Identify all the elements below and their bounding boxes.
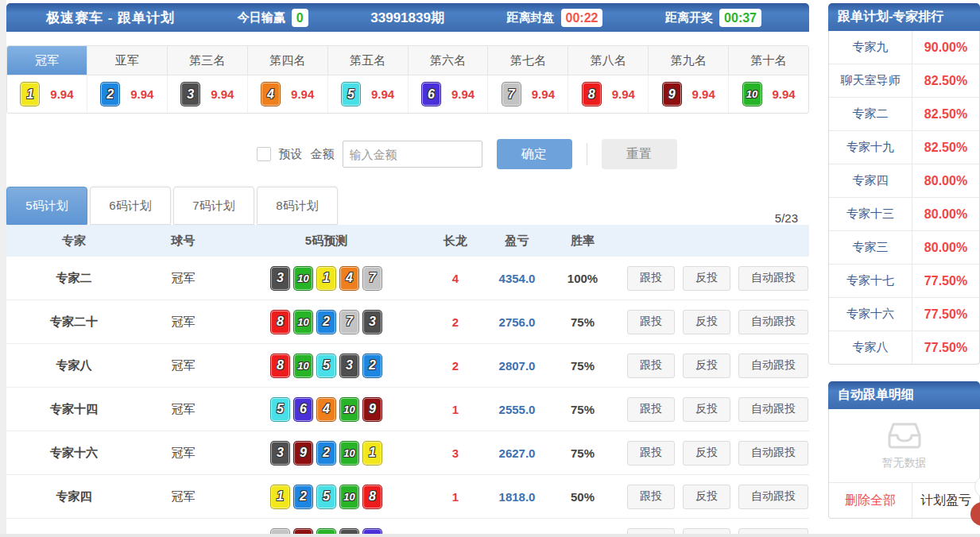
table-row: 专家十四 冠军 564109 1 2555.0 75% 跟投反投自动跟投	[6, 388, 809, 431]
odds-cell-9[interactable]: 9 9.94	[649, 75, 729, 113]
odds-cell-7[interactable]: 7 9.94	[488, 75, 568, 113]
prediction-balls: 125108	[225, 485, 428, 509]
ranking-row: 专家四 80.00%	[829, 164, 979, 198]
odds-row: 1 9.942 9.943 9.944 9.945 9.946 9.947 9.…	[7, 75, 808, 113]
auto-follow-button[interactable]: 自动跟投	[738, 485, 808, 509]
row-actions: 跟投反投自动跟投	[614, 485, 809, 509]
follow-button[interactable]: 跟投	[627, 485, 675, 509]
today-winloss: 今日输赢 0	[238, 9, 308, 27]
ranking-expert-name: 专家四	[829, 164, 912, 197]
expert-name: 专家二	[6, 271, 141, 286]
preset-checkbox[interactable]	[257, 147, 271, 161]
sidebar: 跟单计划-专家排行 专家九 90.00% 聊天室导师 82.50% 专家二 82…	[828, 3, 980, 519]
streak-value: 3	[428, 446, 483, 460]
reverse-follow-button[interactable]: 反投	[683, 266, 730, 291]
delete-all-button[interactable]: 删除全部	[829, 483, 912, 518]
ranking-row: 专家十三 80.00%	[829, 198, 979, 231]
odds-cell-6[interactable]: 6 9.94	[409, 75, 489, 113]
draw-countdown: 距离开奖 00:37	[665, 9, 761, 27]
ranking-expert-name: 专家十三	[829, 198, 912, 230]
odds-cell-10[interactable]: 10 9.94	[729, 75, 808, 113]
ball-3: 3	[362, 310, 382, 334]
reverse-follow-button[interactable]: 反投	[683, 485, 730, 509]
ball-position: 冠军	[141, 271, 225, 286]
position-tab-1[interactable]: 冠军	[7, 46, 87, 75]
odds-cell-2[interactable]: 2 9.94	[87, 75, 168, 113]
ranking-row: 专家九 90.00%	[829, 31, 979, 64]
ball-10: 10	[339, 441, 359, 466]
plan-tab-4[interactable]: 8码计划	[257, 187, 338, 225]
odds-cell-3[interactable]: 3 9.94	[168, 75, 248, 113]
auto-follow-button[interactable]: 自动跟投	[738, 310, 808, 334]
odds-cell-4[interactable]: 4 9.94	[248, 75, 328, 113]
ball-8: 8	[362, 485, 382, 509]
follow-button[interactable]: 跟投	[627, 397, 675, 422]
win-rate-value: 75%	[551, 403, 614, 416]
ball-10: 10	[293, 353, 313, 378]
follow-button[interactable]: 跟投	[627, 353, 675, 378]
ball-2: 2	[362, 353, 382, 378]
profit-value: 2555.0	[483, 403, 551, 416]
ranking-expert-name: 聊天室导师	[829, 64, 912, 97]
table-body: 专家二 冠军 310147 4 4354.0 100% 跟投反投自动跟投 专家二…	[6, 257, 809, 537]
plan-tabs-row: 5码计划6码计划7码计划8码计划 5/23	[6, 187, 809, 225]
ball-7: 7	[362, 266, 382, 291]
confirm-button[interactable]: 确定	[497, 139, 572, 169]
ball-8: 8	[270, 310, 290, 334]
ball-4: 4	[261, 82, 281, 106]
odds-value: 9.94	[50, 87, 73, 101]
expert-name: 专家十六	[6, 446, 141, 461]
auto-follow-button[interactable]: 自动跟投	[738, 266, 808, 291]
auto-follow-button[interactable]: 自动跟投	[738, 441, 808, 466]
ball-4: 4	[316, 397, 336, 422]
odds-cell-8[interactable]: 8 9.94	[568, 75, 649, 113]
ball-9: 9	[662, 82, 682, 106]
position-tab-3[interactable]: 第三名	[168, 46, 248, 75]
amount-input[interactable]	[343, 141, 482, 168]
streak-value: 1	[428, 490, 483, 504]
position-tab-10[interactable]: 第十名	[729, 46, 808, 75]
ranking-win-rate: 90.00%	[912, 31, 979, 64]
ball-3: 3	[180, 82, 200, 106]
position-tab-8[interactable]: 第八名	[568, 46, 649, 75]
ball-10: 10	[339, 485, 359, 509]
odds-value: 9.94	[773, 87, 796, 101]
position-tab-2[interactable]: 亚军	[87, 46, 168, 75]
odds-cell-5[interactable]: 5 9.94	[328, 75, 409, 113]
position-tab-9[interactable]: 第九名	[649, 46, 729, 75]
position-tab-4[interactable]: 第四名	[248, 46, 328, 75]
follow-button[interactable]: 跟投	[627, 441, 675, 466]
auto-follow-button[interactable]: 自动跟投	[738, 397, 808, 422]
reverse-follow-button[interactable]: 反投	[683, 397, 730, 422]
position-tab-5[interactable]: 第五名	[328, 46, 409, 75]
plan-tab-2[interactable]: 6码计划	[90, 187, 171, 225]
follow-button[interactable]: 跟投	[627, 266, 675, 291]
table-row: 专家二十 冠军 810273 2 2756.0 75% 跟投反投自动跟投	[6, 300, 809, 344]
auto-follow-box: 暂无数据 删除全部 计划盈亏	[828, 409, 980, 519]
ball-2: 2	[100, 82, 120, 106]
position-tab-7[interactable]: 第七名	[488, 46, 568, 75]
odds-value: 9.94	[211, 87, 234, 101]
reverse-follow-button[interactable]: 反投	[683, 441, 730, 466]
ball-1: 1	[316, 266, 336, 291]
follow-button[interactable]: 跟投	[627, 310, 675, 334]
reverse-follow-button[interactable]: 反投	[683, 310, 730, 334]
ball-position: 冠军	[141, 402, 225, 417]
odds-value: 9.94	[130, 87, 153, 101]
odds-cell-1[interactable]: 1 9.94	[7, 75, 87, 113]
prediction-balls: 392101	[225, 441, 428, 466]
ball-position: 冠军	[141, 446, 225, 461]
ball-3: 3	[270, 266, 290, 291]
odds-value: 9.94	[532, 87, 555, 101]
reverse-follow-button[interactable]: 反投	[683, 353, 730, 378]
ranking-row: 专家十六 77.50%	[829, 298, 979, 331]
auto-follow-button[interactable]: 自动跟投	[738, 353, 808, 378]
plan-tab-3[interactable]: 7码计划	[173, 187, 254, 225]
plan-profit-button[interactable]: 计划盈亏	[912, 483, 979, 518]
ball-position: 冠军	[141, 489, 225, 504]
ball-10: 10	[293, 266, 313, 291]
plan-tab-1[interactable]: 5码计划	[6, 187, 87, 225]
win-rate-value: 75%	[551, 446, 614, 460]
reset-button[interactable]: 重置	[602, 139, 677, 169]
position-tab-6[interactable]: 第六名	[409, 46, 489, 75]
